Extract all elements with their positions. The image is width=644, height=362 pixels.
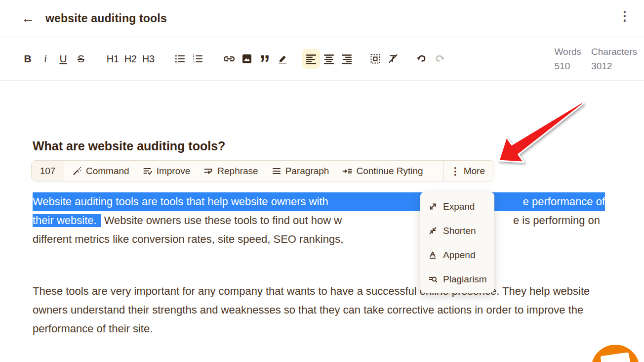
blockquote-button[interactable]: ” [256, 49, 274, 69]
paragraph1-line2: their website. Website owners use these … [33, 211, 600, 230]
align-center-icon [323, 53, 335, 65]
bullet-list-button[interactable] [171, 49, 189, 69]
redo-button[interactable] [431, 49, 448, 69]
document-title: website auditing tools [45, 12, 167, 25]
rephrase-label: Rephrase [217, 166, 258, 177]
heading2-button[interactable]: H2 [121, 49, 139, 69]
word-count-label: Words [555, 45, 582, 59]
shorten-icon [428, 226, 438, 235]
chat-bubble-icon [600, 352, 631, 362]
character-count-label: Characters [591, 45, 637, 59]
paragraph-button[interactable]: Paragraph [272, 166, 329, 177]
menu-item-plagiarism[interactable]: Plagiarism [420, 267, 494, 291]
numbered-list-icon: 1 2 3 [192, 53, 203, 64]
document-heading[interactable]: What are website auditing tools? [33, 139, 225, 153]
align-left-icon [306, 53, 317, 65]
clear-format-icon [388, 53, 399, 64]
select-all-icon [370, 53, 381, 64]
selected-text: e performance of [523, 195, 605, 208]
append-label: Append [443, 250, 476, 261]
continue-ryting-icon [342, 166, 352, 176]
more-dots-icon: ⋮ [450, 166, 460, 176]
highlight-button[interactable] [274, 49, 291, 69]
character-count: Characters 3012 [591, 45, 637, 74]
command-button[interactable]: Command [72, 166, 129, 177]
select-all-button[interactable] [366, 49, 384, 69]
body-text: different metrics like conversion rates,… [33, 233, 343, 246]
paragraph-label: Paragraph [285, 166, 329, 177]
kebab-menu-icon[interactable]: ⋮ [618, 7, 631, 25]
svg-text:3: 3 [193, 60, 195, 64]
paragraph1-line3: different metrics like conversion rates,… [33, 230, 605, 249]
clear-format-button[interactable] [384, 49, 402, 69]
rephrase-icon [203, 166, 213, 176]
align-left-button[interactable] [302, 49, 320, 69]
paragraph1-line1: Website auditing tools are tools that he… [33, 192, 605, 211]
menu-item-shorten[interactable]: Shorten [420, 219, 494, 243]
formatting-toolbar: B i U S H1 H2 H3 1 2 3 [0, 38, 644, 81]
command-bar-items: Command Improve Rephrase [64, 161, 443, 181]
word-count: Words 510 [555, 45, 582, 74]
selected-text: Website auditing tools are tools that he… [33, 195, 328, 208]
top-bar: ← website auditing tools ⋮ [0, 0, 644, 37]
more-label: More [464, 166, 485, 177]
numbered-list-button[interactable]: 1 2 3 [189, 49, 206, 69]
quote-icon: ” [259, 59, 270, 68]
heading3-button[interactable]: H3 [139, 49, 157, 69]
character-count-value: 3012 [591, 59, 637, 73]
shorten-label: Shorten [443, 226, 476, 236]
more-button[interactable]: ⋮ More [443, 161, 494, 181]
command-label: Command [86, 166, 129, 177]
redo-icon [434, 53, 445, 65]
bold-button[interactable]: B [19, 49, 37, 69]
editor-paragraph-1[interactable]: Website auditing tools are tools that he… [33, 192, 605, 249]
heading1-button[interactable]: H1 [104, 49, 121, 69]
annotation-arrow [486, 95, 590, 167]
body-text: Website owners use these tools to find o… [104, 214, 342, 227]
image-button[interactable] [238, 49, 256, 69]
document-counters: Words 510 Characters 3012 [555, 45, 640, 74]
underline-button[interactable]: U [54, 49, 72, 69]
editor-paragraph-2[interactable]: These tools are very important for any c… [33, 282, 609, 338]
plagiarism-label: Plagiarism [443, 274, 487, 285]
align-right-button[interactable] [338, 49, 356, 69]
body-text: e is performing on [513, 214, 600, 227]
selected-word-count-chip: 107 [32, 161, 64, 181]
word-count-value: 510 [555, 59, 582, 73]
improve-icon [143, 166, 153, 176]
align-right-icon [341, 53, 353, 65]
undo-button[interactable] [413, 49, 431, 69]
append-icon [428, 250, 438, 260]
back-arrow-icon[interactable]: ← [21, 12, 35, 25]
magic-wand-icon [72, 166, 82, 176]
image-icon [242, 53, 252, 64]
selected-text: their website. [33, 214, 101, 227]
selection-command-bar: 107 Command Improve [31, 160, 494, 181]
more-dropdown-menu: Expand Shorten Append [420, 192, 494, 293]
italic-button[interactable]: i [37, 49, 54, 69]
continue-ryting-label: Continue Ryting [356, 166, 423, 177]
continue-ryting-button[interactable]: Continue Ryting [342, 166, 423, 177]
paragraph-icon [272, 166, 282, 176]
menu-item-expand[interactable]: Expand [420, 194, 494, 219]
rephrase-button[interactable]: Rephrase [203, 166, 258, 177]
strikethrough-button[interactable]: S [72, 49, 90, 69]
expand-icon [428, 202, 438, 211]
menu-item-append[interactable]: Append [420, 243, 494, 267]
improve-label: Improve [157, 166, 191, 177]
highlighter-pen-icon [277, 53, 288, 65]
bullet-list-icon [174, 53, 185, 64]
chat-widget-button[interactable] [591, 345, 640, 362]
align-center-button[interactable] [320, 49, 338, 69]
link-icon [223, 53, 235, 65]
improve-button[interactable]: Improve [143, 166, 191, 177]
link-button[interactable] [220, 49, 238, 69]
plagiarism-icon [428, 274, 438, 284]
expand-label: Expand [443, 201, 475, 212]
undo-icon [416, 53, 428, 65]
